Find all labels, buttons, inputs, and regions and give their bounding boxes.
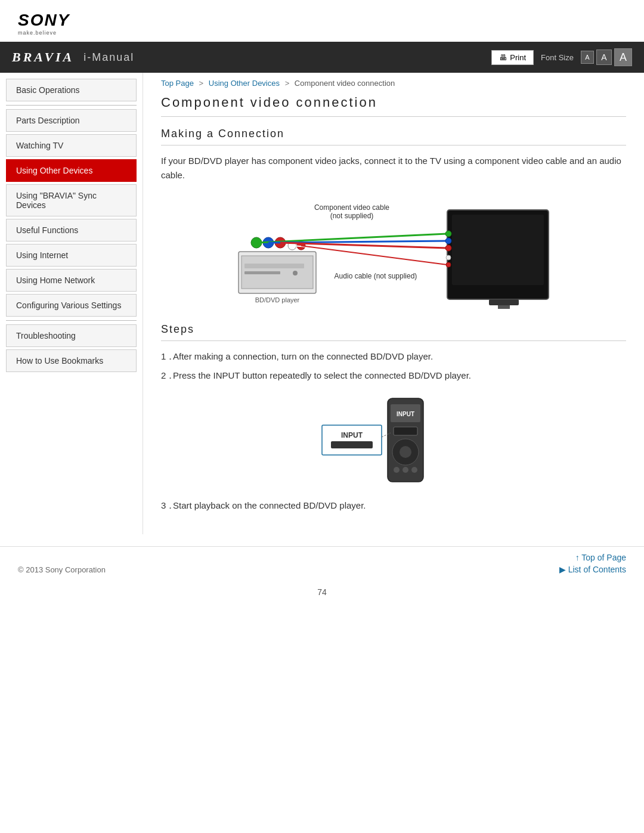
svg-rect-40 (331, 441, 373, 448)
print-button[interactable]: 🖶 Print (491, 50, 534, 65)
sidebar-item-configuring-settings[interactable]: Configuring Various Settings (6, 294, 137, 317)
svg-point-4 (293, 271, 298, 275)
imanual-title: i-Manual (83, 51, 134, 64)
sony-logo: SONY make.believe (18, 11, 70, 36)
svg-text:INPUT: INPUT (341, 431, 363, 439)
nav-bar-right: 🖶 Print Font Size A A A (491, 48, 632, 66)
font-small-button[interactable]: A (581, 51, 594, 64)
step-1-text: After making a connection, turn on the c… (173, 351, 433, 361)
up-arrow-icon: ↑ (575, 553, 582, 562)
sidebar-item-home-network[interactable]: Using Home Network (6, 269, 137, 292)
sidebar-item-using-other-devices[interactable]: Using Other Devices (6, 159, 137, 182)
svg-point-22 (446, 255, 451, 260)
breadcrumb: Top Page > Using Other Devices > Compone… (161, 73, 626, 95)
svg-line-14 (301, 246, 447, 265)
top-of-page-link[interactable]: ↑ Top of Page (575, 553, 626, 562)
copyright-text: © 2013 Sony Corporation (18, 565, 106, 574)
step-2: 2． Press the INPUT button repeatedly to … (161, 368, 626, 383)
main-layout: Basic Operations Parts Description Watch… (0, 73, 644, 534)
nav-bar: BRAVIA i-Manual 🖶 Print Font Size A A A (0, 42, 644, 73)
svg-text:Component video cable: Component video cable (314, 203, 389, 212)
breadcrumb-using-other-devices[interactable]: Using Other Devices (209, 79, 280, 88)
connection-diagram: Component video cable (not supplied) Aud… (161, 192, 626, 311)
font-size-label: Font Size (541, 53, 574, 62)
sony-tagline: make.believe (18, 30, 57, 36)
svg-rect-32 (394, 427, 417, 435)
print-icon: 🖶 (499, 53, 507, 62)
section2-title: Steps (161, 323, 626, 341)
top-bar: SONY make.believe (0, 0, 644, 42)
step-3-text: Start playback on the connected BD/DVD p… (173, 500, 366, 510)
bravia-logo: BRAVIA (12, 49, 74, 65)
print-label: Print (510, 53, 526, 62)
svg-text:Audio cable (not supplied): Audio cable (not supplied) (335, 272, 417, 280)
sidebar-item-useful-functions[interactable]: Useful Functions (6, 219, 137, 241)
connection-diagram-svg: Component video cable (not supplied) Aud… (227, 192, 561, 311)
section1-title: Making a Connection (161, 128, 626, 145)
step-2-num: 2． (161, 368, 175, 383)
breadcrumb-sep1: > (199, 79, 204, 88)
steps-list-2: 3． Start playback on the connected BD/DV… (161, 498, 626, 513)
sony-wordmark: SONY (18, 11, 70, 30)
svg-rect-38 (322, 425, 382, 455)
svg-point-20 (445, 238, 451, 244)
svg-point-21 (445, 245, 451, 251)
page-number: 74 (0, 581, 644, 603)
intro-text: If your BD/DVD player has component vide… (161, 154, 626, 182)
breadcrumb-sep2: > (285, 79, 290, 88)
svg-rect-2 (244, 264, 304, 268)
step-1: 1． After making a connection, turn on th… (161, 349, 626, 364)
sidebar-item-using-internet[interactable]: Using Internet (6, 244, 137, 267)
svg-text:BD/DVD player: BD/DVD player (255, 296, 300, 304)
sidebar-item-watching-tv[interactable]: Watching TV (6, 134, 137, 157)
font-mid-button[interactable]: A (596, 49, 612, 65)
svg-point-23 (446, 262, 451, 267)
svg-rect-17 (489, 299, 519, 305)
nav-bar-left: BRAVIA i-Manual (12, 49, 134, 65)
svg-rect-16 (452, 215, 544, 285)
breadcrumb-top-page[interactable]: Top Page (161, 79, 194, 88)
list-of-contents-link[interactable]: ▶ List of Contents (559, 565, 626, 574)
step-3-num: 3． (161, 498, 175, 513)
step-2-text: Press the INPUT button repeatedly to sel… (173, 370, 471, 380)
content-area: Top Page > Using Other Devices > Compone… (143, 73, 644, 534)
svg-rect-18 (498, 305, 510, 309)
steps-list: 1． After making a connection, turn on th… (161, 349, 626, 383)
svg-point-37 (411, 467, 417, 473)
svg-text:INPUT: INPUT (397, 411, 414, 417)
remote-diagram-svg: INPUT INPUT (316, 392, 471, 488)
sidebar-item-basic-operations[interactable]: Basic Operations (6, 79, 137, 101)
sidebar-item-bravia-sync[interactable]: Using "BRAVIA" Sync Devices (6, 184, 137, 216)
remote-diagram: INPUT INPUT (161, 392, 626, 488)
svg-rect-3 (244, 271, 280, 274)
step-1-num: 1． (161, 349, 175, 364)
svg-text:(not supplied): (not supplied) (330, 212, 374, 220)
svg-point-35 (394, 467, 400, 473)
svg-point-36 (402, 467, 408, 473)
sidebar: Basic Operations Parts Description Watch… (0, 73, 143, 534)
svg-point-34 (400, 446, 411, 458)
font-large-button[interactable]: A (614, 48, 632, 66)
footer-links: ↑ Top of Page ▶ List of Contents (559, 553, 626, 574)
font-size-buttons: A A A (581, 48, 632, 66)
sidebar-item-troubleshooting[interactable]: Troubleshooting (6, 324, 137, 347)
sidebar-item-parts-description[interactable]: Parts Description (6, 109, 137, 132)
footer: © 2013 Sony Corporation ↑ Top of Page ▶ … (0, 546, 644, 581)
step-3: 3． Start playback on the connected BD/DV… (161, 498, 626, 513)
sidebar-item-bookmarks[interactable]: How to Use Bookmarks (6, 349, 137, 372)
breadcrumb-current: Component video connection (295, 79, 395, 88)
right-arrow-icon: ▶ (559, 565, 568, 574)
page-title: Component video connection (161, 95, 626, 117)
svg-point-19 (445, 231, 451, 237)
